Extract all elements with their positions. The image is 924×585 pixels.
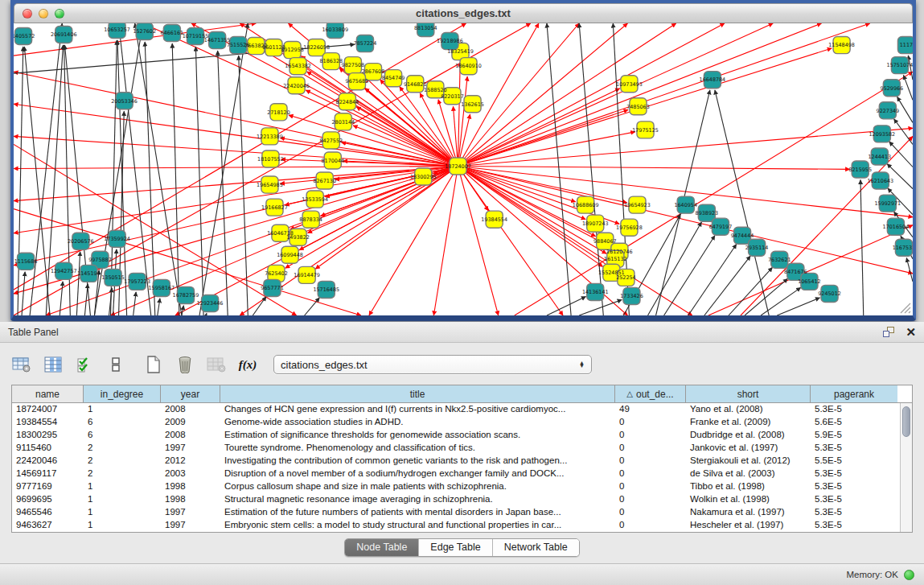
table-cell: 49 [615, 403, 686, 416]
network-canvas[interactable]: 1872400718300295193845547663822860112889… [14, 23, 913, 315]
table-cell: 2 [84, 442, 161, 455]
memory-ok-indicator[interactable] [904, 570, 914, 580]
table-cell: 5.3E-5 [811, 493, 897, 506]
table-cell: 9699695 [12, 493, 84, 506]
graph-node-label: 1493822 [286, 234, 310, 241]
column-header-year[interactable]: year [161, 385, 220, 402]
graph-node-label: 22420046 [283, 83, 310, 89]
table-cell: 18300295 [12, 429, 84, 442]
table-cell: 2 [84, 468, 161, 480]
scrollbar-thumb[interactable] [902, 406, 910, 437]
graph-node-label: 19384554 [481, 216, 507, 223]
table-row[interactable]: 946362711997Embryonic stem cells: a mode… [12, 519, 912, 532]
vertical-scrollbar[interactable] [900, 403, 912, 532]
table-cell: Franke et al. (2009) [686, 416, 811, 429]
graph-node-label: 7632621 [768, 257, 791, 263]
column-header-out_de[interactable]: △out_de... [615, 385, 686, 402]
table-cell: 5.3E-5 [811, 519, 897, 532]
graph-node-label: 1640954 [674, 202, 697, 208]
column-header-pagerank[interactable]: pagerank [811, 385, 897, 402]
graph-node-label: 252254 [616, 274, 635, 281]
graph-node-label: 9227349 [877, 108, 900, 114]
table-cell: 18724007 [12, 403, 84, 416]
rows-icon[interactable] [105, 354, 126, 375]
table-cell: 1 [84, 480, 161, 493]
graph-node-label: 8878334 [299, 216, 322, 223]
table-cell: 1 [84, 403, 161, 416]
table-cell: 5.3E-5 [811, 403, 897, 416]
column-header-name[interactable]: name [12, 385, 84, 402]
graph-node-label: 7515526 [227, 42, 250, 48]
function-icon[interactable]: f(x) [237, 354, 258, 375]
table-row[interactable]: 1456911722003Disruption of a novel membe… [12, 468, 912, 480]
table-cell: Changes of HCN gene expression and I(f) … [220, 403, 615, 416]
table-row[interactable]: 1830029562008Estimation of significance … [12, 429, 912, 442]
table-row[interactable]: 1872400712008Changes of HCN gene express… [12, 403, 912, 416]
table-row[interactable]: 969969511998Structural magnetic resonanc… [12, 493, 912, 506]
table-cell: 9463627 [12, 519, 84, 532]
table-cell: Tourette syndrome. Phenomenology and cla… [220, 442, 615, 455]
column-header-title[interactable]: title [220, 385, 615, 402]
table-cell: 1997 [161, 506, 220, 519]
table-cell: 1 [84, 519, 161, 532]
graph-node-label: 20053346 [111, 98, 138, 105]
import-table-icon[interactable] [206, 354, 227, 375]
network-view-window: citations_edges.txt 18724007183002951938… [10, 0, 916, 321]
graph-node-label: 7625402 [265, 270, 288, 277]
column-header-short[interactable]: short [686, 385, 811, 402]
graph-node-label: 12213389 [257, 134, 283, 140]
select-rows-icon[interactable] [74, 354, 95, 375]
graph-node-label: 20206576 [68, 238, 94, 245]
table-cell: 19384554 [12, 416, 84, 429]
table-panel-header: Table Panel ✕ [0, 322, 924, 343]
table-cell: Corpus callosum shape and size in male p… [220, 480, 615, 493]
new-document-icon[interactable] [143, 354, 164, 375]
table-cell: 0 [615, 442, 686, 455]
graph-node-label: 12942757 [51, 268, 77, 274]
resize-grip[interactable] [897, 299, 911, 314]
tab-node-table[interactable]: Node Table [345, 539, 419, 556]
table-cell: 5.3E-5 [811, 480, 897, 493]
tab-network-table[interactable]: Network Table [493, 539, 579, 556]
column-header-in_degree[interactable]: in_degree [84, 385, 161, 402]
graph-node-label: 18724007 [445, 163, 471, 170]
graph-node-label: 2935114 [745, 245, 769, 251]
table-row[interactable]: 2242004622012Investigating the contribut… [12, 455, 912, 468]
table-row[interactable]: 977716911998Corpus callosum shape and si… [12, 480, 912, 493]
graph-node-label: 8471676 [784, 269, 807, 275]
graph-node-label: 10688609 [573, 202, 599, 208]
graph-node-label: 9827508 [342, 62, 365, 68]
table-cell: 22420046 [12, 455, 84, 468]
table-toolbar: f(x) citations_edges.txt ▲▼ [11, 351, 913, 378]
graph-node-label: 8186328 [319, 58, 343, 64]
table-columns-icon[interactable] [43, 354, 64, 375]
graph-node-label: 16782759 [173, 292, 199, 299]
tab-edge-table[interactable]: Edge Table [419, 539, 492, 556]
table-cell: Disruption of a novel member of a sodium… [220, 468, 615, 480]
table-cell: 6 [84, 429, 161, 442]
close-panel-icon[interactable]: ✕ [906, 326, 916, 338]
table-settings-icon[interactable] [11, 354, 32, 375]
table-cell: Structural magnetic resonance image aver… [220, 493, 615, 506]
graph-node-label: 12093582 [869, 131, 896, 138]
node-table: namein_degreeyeartitle△out_de...shortpag… [11, 385, 913, 533]
float-panel-icon[interactable] [883, 327, 894, 337]
graph-node-label: 11548498 [828, 42, 855, 48]
graph-node-label: 15751074 [887, 62, 913, 68]
trash-icon[interactable] [175, 354, 195, 375]
chevron-updown-icon: ▲▼ [579, 361, 585, 368]
window-titlebar[interactable]: citations_edges.txt [14, 3, 913, 23]
table-cell: 0 [615, 519, 686, 532]
table-row[interactable]: 1938455462009Genome-wide association stu… [12, 416, 912, 429]
graph-node-label: 1167533 [893, 245, 913, 251]
graph-node-label: 19654923 [624, 202, 651, 208]
table-row[interactable]: 911546021997Tourette syndrome. Phenomeno… [12, 442, 912, 455]
table-dropdown[interactable]: citations_edges.txt ▲▼ [273, 355, 592, 374]
table-cell: Genome-wide association studies in ADHD. [220, 416, 615, 429]
table-cell: Yano et al. (2008) [686, 403, 811, 416]
table-row[interactable]: 946554611997Estimation of the future num… [12, 506, 912, 519]
graph-node-label: 1733426 [620, 293, 643, 299]
graph-node-label: 16210643 [868, 178, 894, 184]
table-cell: 5.5E-5 [811, 455, 897, 468]
table-cell: 2003 [161, 468, 220, 480]
